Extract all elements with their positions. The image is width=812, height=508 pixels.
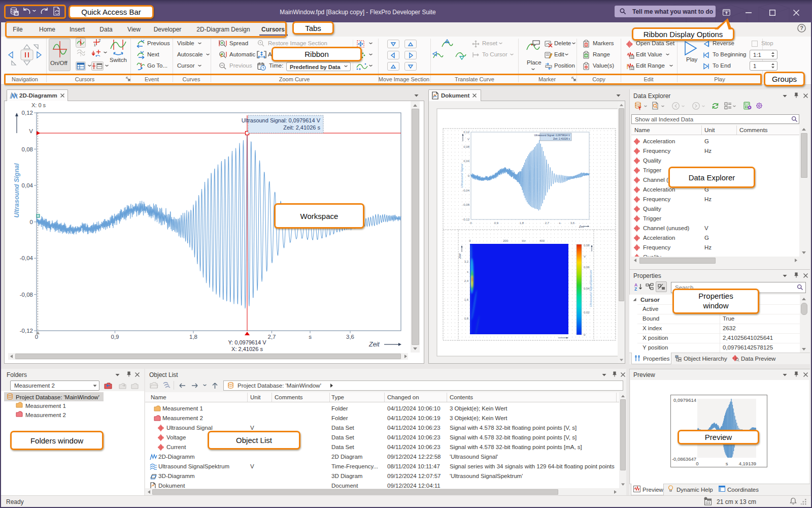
svg-text:0,08: 0,08 [22,146,33,152]
svg-text:s: s [309,334,312,340]
svg-text:0,9: 0,9 [111,334,119,340]
svg-text:0,9: 0,9 [494,221,499,225]
svg-text:X: 0 s: X: 0 s [31,102,46,108]
svg-text:Zeit: 2,41026 s: Zeit: 2,41026 s [283,124,320,131]
svg-text:0,02: 0,02 [584,311,590,314]
svg-text:200: 200 [503,239,509,242]
svg-text:12: 12 [630,67,634,70]
svg-text:0: 0 [30,219,33,225]
svg-text:0: 0 [696,461,698,466]
svg-text:-0,0863647: -0,0863647 [672,456,696,462]
svg-text:s: s [726,461,728,466]
svg-text:3,6: 3,6 [346,334,354,340]
svg-text:4,19139: 4,19139 [739,461,756,466]
svg-text:Ultrasound Signal: Ultrasound Signal [460,164,463,188]
svg-text:-0,04: -0,04 [462,189,469,192]
svg-text:0,04: 0,04 [463,160,469,163]
svg-text:-0,08: -0,08 [462,203,469,206]
svg-text:Zeit: 2,41026 s: Zeit: 2,41026 s [553,137,570,140]
svg-text:Zeit: Zeit [368,341,380,348]
svg-text:-0,04: -0,04 [20,255,33,261]
svg-text:-0,12: -0,12 [462,218,469,221]
svg-text:2,4: 2,4 [464,279,469,282]
svg-text:400: 400 [539,239,545,242]
svg-text:1,6: 1,6 [464,298,469,301]
svg-text:3,2: 3,2 [464,260,469,263]
svg-text:0: 0 [35,334,38,340]
svg-text:X: 2,41026 s: X: 2,41026 s [231,346,263,352]
svg-text:Ultrasound SignalSpektrum: Ultrasound SignalSpektrum [589,270,592,307]
svg-text:1: 1 [94,43,96,47]
svg-text:1,8: 1,8 [520,221,524,225]
svg-text:0,06: 0,06 [584,266,590,269]
svg-text:s: s [559,221,561,225]
svg-text:3,6: 3,6 [570,221,575,225]
svg-text:0,0979614: 0,0979614 [673,397,696,403]
svg-text:Z: Z [634,287,637,291]
svg-text:Zeit: Zeit [579,225,584,228]
svg-text:0,12: 0,12 [22,110,33,116]
svg-text:Ultrasound Signal: Ultrasound Signal [13,163,20,217]
svg-text:-0,12: -0,12 [20,328,33,334]
svg-text:2,7: 2,7 [545,221,550,225]
svg-text:-0,08: -0,08 [20,292,33,298]
svg-text:2,7: 2,7 [268,334,276,340]
svg-text:0,8: 0,8 [464,317,469,320]
svg-text:0,12: 0,12 [463,131,469,134]
svg-text:1,8: 1,8 [189,334,197,340]
svg-text:V: V [467,138,469,141]
svg-text:Ultrasound Signal: 0,0979614 V: Ultrasound Signal: 0,0979614 V [534,134,570,137]
svg-text:12: 12 [630,55,634,59]
svg-text:2: 2 [98,38,101,43]
svg-text:0,08: 0,08 [463,145,469,148]
svg-text:V: V [584,255,586,258]
svg-text:Hz: Hz [522,239,525,242]
svg-text:Y: 0,0979614 V: Y: 0,0979614 V [228,339,266,345]
svg-text:0,08: 0,08 [584,244,590,247]
svg-text:s: s [467,270,468,273]
svg-text:?: ? [800,25,803,31]
svg-text:Ultrasound Signal: 0,0979614 V: Ultrasound Signal: 0,0979614 V [242,117,321,123]
svg-text:V: V [29,128,33,134]
svg-text:0,04: 0,04 [22,182,33,188]
svg-text:Zeit: Zeit [458,253,461,259]
